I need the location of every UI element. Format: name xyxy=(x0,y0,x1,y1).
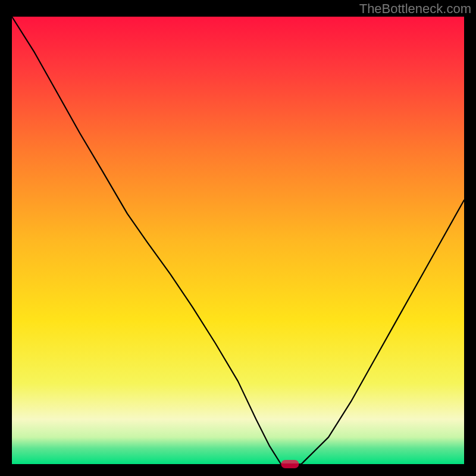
chart-background-gradient xyxy=(12,17,464,464)
optimal-point-marker xyxy=(281,460,299,468)
bottleneck-chart xyxy=(0,0,476,476)
watermark-text: TheBottleneck.com xyxy=(359,1,471,17)
